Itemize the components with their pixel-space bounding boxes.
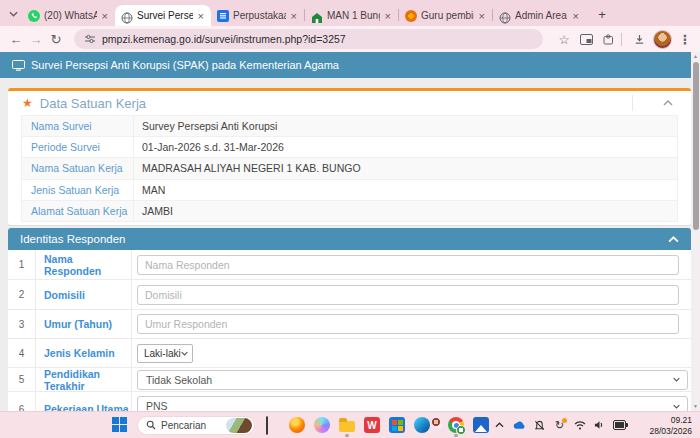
star-icon: ★ xyxy=(22,96,33,110)
page-viewport: Survei Persepsi Anti Korupsi (SPAK) pada… xyxy=(0,52,700,412)
reload-button[interactable]: ↻ xyxy=(46,29,66,49)
tab-admin-area[interactable]: Admin Area × xyxy=(493,5,586,26)
tab-survei-active[interactable]: Survei Persepsi An × xyxy=(115,5,211,26)
onedrive-icon[interactable] xyxy=(513,418,526,432)
scroll-down-icon[interactable]: ▼ xyxy=(691,402,700,410)
wifi-icon[interactable] xyxy=(573,418,586,432)
file-explorer-button[interactable] xyxy=(339,417,355,433)
copilot-icon[interactable] xyxy=(314,417,330,433)
url-text: pmpzi.kemenag.go.id/survei/instrumen.php… xyxy=(102,33,346,45)
tab-close-icon[interactable]: × xyxy=(101,11,109,21)
windows-taskbar: Pencarian W ↻ xyxy=(0,411,700,438)
volume-icon[interactable] xyxy=(593,418,606,432)
address-bar[interactable]: pmpzi.kemenag.go.id/survei/instrumen.php… xyxy=(74,29,543,49)
tab-perpustakaan[interactable]: Perpustakaan MA × xyxy=(211,5,304,26)
sync-update-icon[interactable]: ↻ xyxy=(553,418,566,432)
tab-close-icon[interactable]: × xyxy=(572,11,580,21)
form-label: Nama Responden xyxy=(36,250,132,279)
windows-logo-icon xyxy=(112,417,127,432)
select-value: Laki-laki xyxy=(144,348,181,359)
row-value: 01-Jan-2026 s.d. 31-Mar-2026 xyxy=(134,141,677,153)
search-highlight-image[interactable] xyxy=(226,418,252,433)
row-number: 2 xyxy=(8,280,36,309)
extensions-icon[interactable] xyxy=(599,30,617,48)
row-label: Nama Survei xyxy=(22,116,134,136)
tab-close-icon[interactable]: × xyxy=(478,11,486,21)
downloads-icon[interactable] xyxy=(630,30,648,48)
table-row: Alamat Satuan Kerja JAMBI xyxy=(22,201,677,222)
notifications-off-icon[interactable] xyxy=(533,418,546,432)
task-view-button[interactable] xyxy=(264,417,280,433)
form-label: Pendidikan Terakhir xyxy=(36,368,132,391)
collapse-button[interactable] xyxy=(632,95,677,111)
monitor-icon xyxy=(12,60,25,71)
responden-panel-title: Identitas Responden xyxy=(20,233,668,245)
taskbar-clock[interactable]: 09.21 28/03/2026 xyxy=(649,415,692,436)
row-label: Periode Survei xyxy=(22,137,134,157)
form-label: Jenis Kelamin xyxy=(36,339,132,367)
chrome-profile2-icon[interactable] xyxy=(448,417,464,433)
scroll-up-icon[interactable]: ▲ xyxy=(691,52,700,60)
search-placeholder: Pencarian xyxy=(161,420,221,431)
umur-input[interactable] xyxy=(137,314,679,334)
row-value: JAMBI xyxy=(134,205,677,217)
satker-panel-title: Data Satuan Kerja xyxy=(40,96,632,111)
screen: (20) WhatsApp × Survei Persepsi An × Per… xyxy=(0,0,700,438)
firefox-icon[interactable] xyxy=(289,417,305,433)
folder-icon xyxy=(339,421,355,432)
chevron-down-icon xyxy=(673,377,680,382)
update-dot xyxy=(562,418,567,423)
row-label: Jenis Satuan Kerja xyxy=(22,180,134,200)
scrollbar-thumb[interactable] xyxy=(693,62,699,230)
taskbar-search[interactable]: Pencarian xyxy=(137,416,255,435)
photos-app-icon[interactable] xyxy=(473,417,489,433)
browser-menu-icon[interactable]: ⋮ xyxy=(676,30,694,48)
bookmark-star-icon[interactable]: ☆ xyxy=(555,30,573,48)
form-label: Umur (Tahun) xyxy=(36,310,132,338)
page-scrollbar[interactable]: ▲ ▼ xyxy=(691,52,700,412)
tab-close-icon[interactable]: × xyxy=(197,11,205,21)
tab-close-icon[interactable]: × xyxy=(290,11,298,21)
whatsapp-icon xyxy=(28,10,40,22)
pekerjaan-utama-select[interactable]: PNS xyxy=(137,396,688,412)
forward-button[interactable]: → xyxy=(26,29,46,49)
microsoft-store-icon[interactable] xyxy=(389,417,405,433)
tab-man1bungo[interactable]: MAN 1 Bungo Plu × xyxy=(305,5,398,26)
tab-guru[interactable]: Guru pembimbing × xyxy=(399,5,492,26)
row-number: 1 xyxy=(8,250,36,279)
new-tab-button[interactable]: + xyxy=(592,4,612,24)
form-row: 2 Domisili xyxy=(8,280,691,310)
date-text: 28/03/2026 xyxy=(649,426,692,437)
tab-label: Survei Persepsi An xyxy=(137,10,193,21)
tab-label: MAN 1 Bungo Plu xyxy=(327,10,380,21)
start-button[interactable] xyxy=(112,417,128,433)
tab-search-button[interactable] xyxy=(4,4,22,24)
time-text: 09.21 xyxy=(649,415,692,426)
satker-panel: ★ Data Satuan Kerja Nama Survei Survey P… xyxy=(8,88,691,225)
table-row: Jenis Satuan Kerja MAN xyxy=(22,180,677,201)
task-view-icon xyxy=(266,416,268,435)
back-button[interactable]: ← xyxy=(6,29,26,49)
battery-icon[interactable] xyxy=(613,418,626,432)
pendidikan-terakhir-select[interactable]: Tidak Sekolah xyxy=(137,370,688,390)
form-label: Pekerjaan Utama xyxy=(36,392,132,412)
tab-close-icon[interactable]: × xyxy=(384,11,392,21)
nama-responden-input[interactable] xyxy=(137,255,679,275)
table-row: Nama Survei Survey Persepsi Anti Korupsi xyxy=(22,116,677,137)
tab-label: Guru pembimbing xyxy=(421,10,474,21)
tab-label: Perpustakaan MA xyxy=(233,10,286,21)
globe-icon xyxy=(121,10,133,22)
tray-expand-button[interactable] xyxy=(493,418,506,432)
row-number: 5 xyxy=(8,368,36,391)
site-settings-icon[interactable] xyxy=(84,33,96,45)
domisili-input[interactable] xyxy=(137,285,679,305)
edge-icon[interactable] xyxy=(414,417,430,433)
satker-table: Nama Survei Survey Persepsi Anti Korupsi… xyxy=(21,115,678,222)
wps-office-icon[interactable]: W xyxy=(364,417,380,433)
tab-whatsapp[interactable]: (20) WhatsApp × xyxy=(22,5,115,26)
picture-in-picture-icon[interactable] xyxy=(577,30,595,48)
chrome-active-window[interactable] xyxy=(436,422,442,428)
profile-avatar[interactable] xyxy=(653,30,672,49)
collapse-button[interactable] xyxy=(668,236,679,243)
jenis-kelamin-select[interactable]: Laki-laki xyxy=(137,344,193,363)
